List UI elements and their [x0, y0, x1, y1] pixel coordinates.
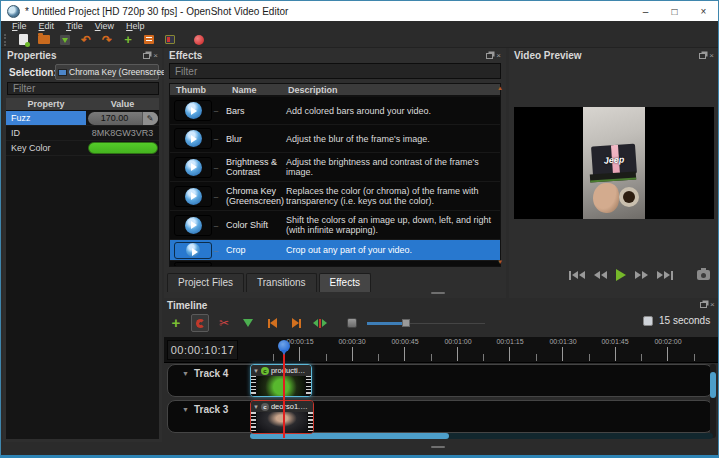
- chevron-down-icon[interactable]: ▼: [182, 406, 189, 413]
- row-dash-icon: –: [212, 221, 220, 230]
- maximize-button[interactable]: □: [660, 1, 689, 21]
- effect-thumbnail: [174, 215, 212, 236]
- menu-view[interactable]: View: [89, 21, 120, 32]
- value-column-header: Value: [86, 98, 159, 110]
- dock-tabs: Project Files Transitions Effects: [167, 273, 371, 292]
- fast-forward-button[interactable]: [635, 271, 648, 279]
- float-panel-icon[interactable]: [700, 302, 707, 308]
- choose-profile-button[interactable]: [140, 33, 158, 47]
- close-panel-icon[interactable]: ×: [710, 301, 715, 308]
- profile-icon: [144, 35, 154, 44]
- effects-list: – Bars Add colored bars around your vide…: [169, 96, 501, 267]
- playhead-marker[interactable]: [278, 340, 290, 352]
- previous-marker-button[interactable]: [263, 314, 281, 332]
- scissors-icon: ✂: [219, 316, 229, 330]
- chevron-down-icon[interactable]: ▼: [253, 368, 259, 374]
- effect-row-crop-selected[interactable]: – Crop Crop out any part of your video.: [170, 240, 500, 261]
- tab-effects[interactable]: Effects: [319, 273, 371, 292]
- undo-icon: ↶: [81, 35, 91, 45]
- track-4-row[interactable]: ▼ Track 4: [167, 364, 713, 397]
- jump-to-end-button[interactable]: [657, 271, 673, 280]
- fuzz-value-field[interactable]: 170.00 ✎: [88, 112, 158, 125]
- fuzz-value: 170.00: [88, 113, 142, 123]
- rewind-button[interactable]: [594, 271, 607, 279]
- zoom-scale-icon[interactable]: [643, 316, 653, 326]
- property-row-key-color[interactable]: Key Color: [6, 141, 159, 156]
- effect-thumbnail: [174, 128, 212, 149]
- plus-icon: +: [172, 316, 181, 330]
- effect-row-chroma-key[interactable]: – Chroma Key (Greenscreen) Replaces the …: [170, 182, 500, 211]
- close-panel-icon[interactable]: ×: [153, 52, 158, 59]
- splitter-handle[interactable]: [431, 292, 445, 294]
- float-panel-icon[interactable]: [486, 53, 493, 59]
- chevron-down-icon[interactable]: ▼: [182, 370, 189, 377]
- vertical-scrollbar-thumb[interactable]: [710, 372, 716, 398]
- float-panel-icon[interactable]: [143, 53, 150, 59]
- next-marker-button[interactable]: [287, 314, 305, 332]
- open-project-button[interactable]: [35, 33, 53, 47]
- export-video-button[interactable]: [161, 33, 179, 47]
- snapping-toggle-button[interactable]: [191, 314, 209, 332]
- timeline-zoom-slider[interactable]: [367, 318, 485, 328]
- effect-badge-icon[interactable]: c: [261, 367, 269, 375]
- redo-button[interactable]: ↷: [98, 33, 116, 47]
- menu-title[interactable]: Title: [60, 21, 89, 32]
- effect-row-brightness-contrast[interactable]: – Brightness & Contrast Adjust the brigh…: [170, 153, 500, 182]
- track-3-row[interactable]: ▼ Track 3: [167, 400, 713, 433]
- zoom-tool-button[interactable]: [343, 314, 361, 332]
- effects-filter-input[interactable]: [169, 63, 501, 79]
- play-overlay-icon: [186, 243, 200, 257]
- tab-project-files[interactable]: Project Files: [167, 273, 244, 292]
- jump-to-start-button[interactable]: [569, 271, 585, 280]
- property-row-fuzz[interactable]: Fuzz 170.00 ✎: [6, 111, 159, 126]
- record-button[interactable]: [190, 33, 208, 47]
- selection-label: Selection:: [9, 67, 57, 78]
- clip-deorso1[interactable]: ▼ c deorso1.mov: [250, 400, 314, 434]
- effect-thumbnail: [174, 100, 212, 121]
- effect-row-partial[interactable]: [170, 261, 500, 267]
- minimize-button[interactable]: –: [631, 1, 660, 21]
- property-row-id[interactable]: ID 8MK8GW3VR3: [6, 126, 159, 141]
- save-project-button[interactable]: [56, 33, 74, 47]
- record-icon: [194, 35, 204, 45]
- window-title: * Untitled Project [HD 720p 30 fps] - Op…: [25, 6, 288, 17]
- clip-thumbnail: [257, 412, 307, 433]
- menu-help[interactable]: Help: [120, 21, 151, 32]
- track-label: Track 4: [194, 368, 228, 379]
- add-track-button[interactable]: +: [167, 314, 185, 332]
- float-panel-icon[interactable]: [699, 53, 706, 59]
- center-playhead-button[interactable]: [311, 314, 329, 332]
- toolbar-drag-handle[interactable]: [4, 34, 8, 46]
- filmstrip-icon: [308, 412, 313, 433]
- import-files-button[interactable]: +: [119, 33, 137, 47]
- new-project-button[interactable]: [14, 33, 32, 47]
- menu-file[interactable]: File: [6, 21, 33, 32]
- snapshot-camera-button[interactable]: [697, 270, 710, 280]
- clip-production[interactable]: ▼ c production...: [250, 364, 312, 397]
- splitter-handle[interactable]: [431, 446, 445, 448]
- effect-row-color-shift[interactable]: – Color Shift Shift the colors of an ima…: [170, 211, 500, 240]
- play-button[interactable]: [616, 269, 626, 281]
- close-panel-icon[interactable]: ×: [709, 52, 714, 59]
- selection-dropdown[interactable]: Chroma Key (Greenscreen) ▾: [55, 64, 159, 80]
- scroll-up-icon[interactable]: ▲: [497, 85, 503, 91]
- tab-transitions[interactable]: Transitions: [246, 273, 317, 292]
- scroll-down-icon[interactable]: ▼: [497, 259, 503, 265]
- close-button[interactable]: ×: [689, 1, 718, 21]
- chevron-down-icon[interactable]: ▼: [253, 404, 259, 410]
- edit-pencil-icon[interactable]: ✎: [142, 112, 158, 125]
- effect-row-blur[interactable]: – Blur Adjust the blur of the frame's im…: [170, 125, 500, 153]
- close-panel-icon[interactable]: ×: [496, 52, 501, 59]
- properties-filter-input[interactable]: [7, 82, 159, 95]
- timeline-toolbar: + ✂: [167, 312, 718, 334]
- effect-badge-icon[interactable]: c: [261, 403, 269, 411]
- slider-handle[interactable]: [402, 319, 410, 327]
- effect-row-bars[interactable]: – Bars Add colored bars around your vide…: [170, 97, 500, 125]
- razor-tool-button[interactable]: ✂: [215, 314, 233, 332]
- add-marker-button[interactable]: [239, 314, 257, 332]
- timeline-ruler[interactable]: 00:00:10:17 00:00:15 00:00:30 00:00:45 0…: [164, 337, 718, 363]
- key-color-swatch[interactable]: [88, 142, 158, 154]
- play-overlay-icon: [185, 188, 202, 205]
- menu-edit[interactable]: Edit: [33, 21, 61, 32]
- undo-button[interactable]: ↶: [77, 33, 95, 47]
